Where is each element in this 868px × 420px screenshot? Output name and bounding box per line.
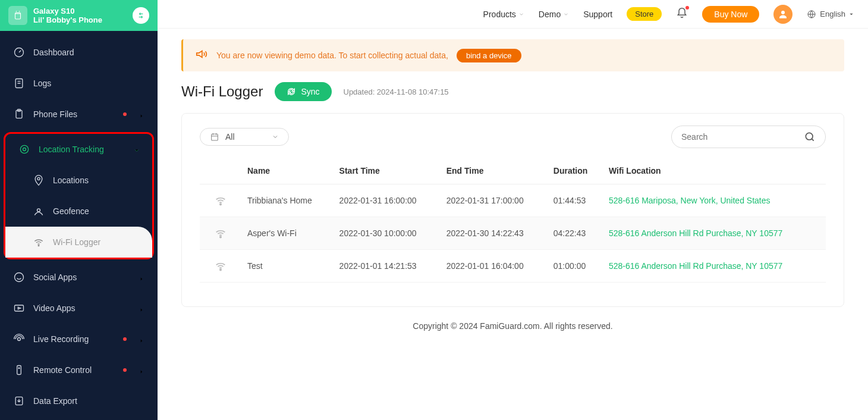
col-end: End Time <box>441 158 548 184</box>
svg-point-18 <box>806 133 813 140</box>
col-location: Wifi Location <box>603 158 826 184</box>
bind-device-button[interactable]: bind a device <box>457 49 521 62</box>
cell-location-link[interactable]: 528-616 Anderson Hill Rd Purchase, NY 10… <box>609 228 782 238</box>
date-filter-dropdown[interactable]: All <box>200 128 289 146</box>
sync-button[interactable]: Sync <box>275 82 331 101</box>
device-sub: Lil' Bobby's Phone <box>33 15 127 24</box>
broadcast-icon <box>13 333 25 345</box>
table-row: Test 2022-01-01 14:21:53 2022-01-01 16:0… <box>200 250 826 283</box>
sidebar-item-geofence[interactable]: Geofence <box>5 196 152 227</box>
sidebar-item-remote-control[interactable]: Remote Control <box>0 355 158 385</box>
sidebar-item-social-apps[interactable]: Social Apps <box>0 262 158 293</box>
sidebar-item-label: Remote Control <box>33 365 115 375</box>
geofence-icon <box>33 205 45 217</box>
device-info: Galaxy S10 Lil' Bobby's Phone <box>33 7 127 24</box>
page-title: Wi-Fi Logger <box>181 83 263 100</box>
cell-duration: 01:44:53 <box>548 184 603 217</box>
nav-products[interactable]: Products <box>483 10 524 19</box>
notification-dot <box>123 368 127 372</box>
search-icon[interactable] <box>801 128 818 145</box>
pin-icon <box>33 174 45 186</box>
wifi-icon <box>33 236 45 248</box>
sidebar-item-data-export[interactable]: Data Export <box>0 385 158 416</box>
notification-dot <box>123 112 127 116</box>
sidebar-item-logs[interactable]: Logs <box>0 68 158 99</box>
chevron-right-icon <box>139 336 144 342</box>
svg-rect-12 <box>17 366 21 375</box>
language-selector[interactable]: English <box>807 10 854 19</box>
device-name: Galaxy S10 <box>33 7 127 15</box>
chevron-right-icon <box>139 305 144 311</box>
sidebar-item-wifi-logger[interactable]: Wi-Fi Logger <box>5 227 152 258</box>
store-button[interactable]: Store <box>627 7 662 21</box>
sidebar: Galaxy S10 Lil' Bobby's Phone Dashboard … <box>0 0 158 420</box>
cell-end: 2022-01-31 17:00:00 <box>441 184 548 217</box>
wifi-icon <box>206 259 235 272</box>
globe-icon <box>807 10 816 19</box>
sidebar-nav: Dashboard Logs Phone Files Location Trac… <box>0 31 158 420</box>
svg-point-15 <box>781 11 785 14</box>
chevron-right-icon <box>139 111 144 117</box>
svg-point-9 <box>15 273 24 282</box>
sidebar-item-label: Phone Files <box>33 109 115 119</box>
demo-banner: You are now viewing demo data. To start … <box>181 39 844 71</box>
location-tracking-group: Location Tracking Locations Geofence Wi-… <box>4 132 154 259</box>
notification-dot <box>685 6 689 10</box>
cell-start: 2022-01-30 10:00:00 <box>334 217 441 250</box>
buy-now-button[interactable]: Buy Now <box>702 6 759 23</box>
table-row: Asper's Wi-Fi 2022-01-30 10:00:00 2022-0… <box>200 217 826 250</box>
chevron-down-icon <box>272 133 279 140</box>
svg-point-13 <box>18 368 20 369</box>
cell-name: Asper's Wi-Fi <box>241 217 334 250</box>
page-header: Wi-Fi Logger Sync Updated: 2024-11-08 10… <box>181 82 844 101</box>
sidebar-item-label: Location Tracking <box>39 145 125 154</box>
device-header[interactable]: Galaxy S10 Lil' Bobby's Phone <box>0 0 158 31</box>
card-toolbar: All <box>200 126 826 148</box>
sidebar-item-video-apps[interactable]: Video Apps <box>0 293 158 324</box>
wifi-table: Name Start Time End Time Duration Wifi L… <box>200 158 826 283</box>
chevron-down-icon <box>518 11 524 17</box>
calendar-icon <box>210 132 219 142</box>
svg-point-5 <box>23 148 26 151</box>
nav-support[interactable]: Support <box>583 10 612 19</box>
remote-icon <box>13 364 25 376</box>
sidebar-item-label: Live Recording <box>33 334 115 344</box>
sidebar-item-dashboard[interactable]: Dashboard <box>0 37 158 68</box>
cell-name: Test <box>241 250 334 283</box>
cell-location-link[interactable]: 528-616 Anderson Hill Rd Purchase, NY 10… <box>609 261 782 271</box>
nav-label: Demo <box>539 10 561 19</box>
cell-start: 2022-01-01 14:21:53 <box>334 250 441 283</box>
sidebar-item-locations[interactable]: Locations <box>5 165 152 196</box>
caret-down-icon <box>849 12 854 17</box>
refresh-icon <box>287 87 296 96</box>
svg-point-11 <box>18 338 21 341</box>
cell-end: 2022-01-30 14:22:43 <box>441 217 548 250</box>
svg-point-4 <box>20 145 28 153</box>
svg-rect-10 <box>15 305 24 311</box>
nav-label: Products <box>483 10 516 19</box>
file-icon <box>13 77 25 89</box>
nav-demo[interactable]: Demo <box>539 10 569 19</box>
search-input[interactable] <box>679 128 801 145</box>
chevron-right-icon <box>139 274 144 280</box>
megaphone-icon <box>195 48 208 63</box>
notifications-icon[interactable] <box>676 7 688 21</box>
chat-icon <box>13 271 25 283</box>
filter-label: All <box>225 132 266 142</box>
svg-rect-17 <box>212 134 218 140</box>
sidebar-item-location-tracking[interactable]: Location Tracking <box>5 134 152 165</box>
svg-point-19 <box>220 203 221 205</box>
chevron-right-icon <box>139 367 144 373</box>
cell-duration: 01:00:00 <box>548 250 603 283</box>
col-name: Name <box>241 158 334 184</box>
sidebar-item-live-recording[interactable]: Live Recording <box>0 324 158 355</box>
topbar: Products Demo Support Store Buy Now Engl… <box>158 0 868 29</box>
swap-device-icon[interactable] <box>133 7 149 24</box>
sidebar-item-label: Wi-Fi Logger <box>53 237 139 247</box>
sidebar-item-phone-files[interactable]: Phone Files <box>0 99 158 130</box>
cell-location-link[interactable]: 528-616 Mariposa, New York, United State… <box>609 196 770 205</box>
content: You are now viewing demo data. To start … <box>158 29 868 420</box>
banner-text: You are now viewing demo data. To start … <box>216 51 448 60</box>
avatar[interactable] <box>773 5 792 24</box>
chevron-down-icon <box>563 11 569 17</box>
